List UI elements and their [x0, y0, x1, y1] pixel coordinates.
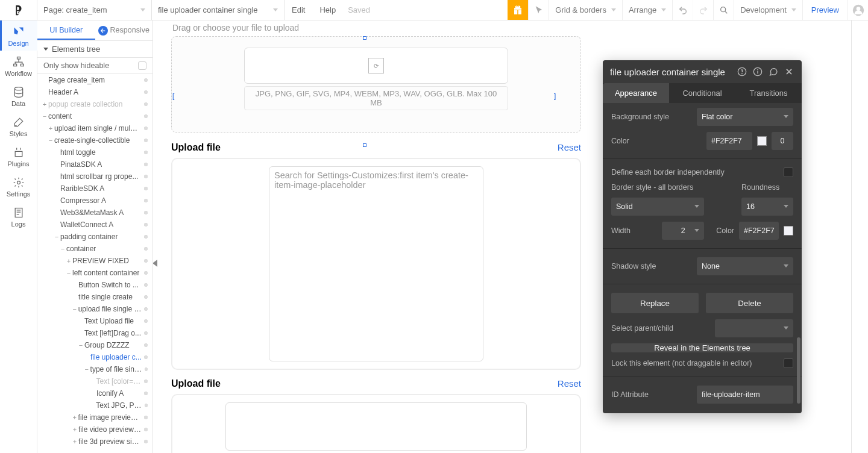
inspector-panel[interactable]: file uploader container single Appearanc…	[603, 60, 802, 413]
development-dropdown[interactable]: Development	[734, 0, 802, 20]
element-selector[interactable]: file uploader container single	[152, 0, 285, 20]
reset-link[interactable]: Reset	[558, 378, 581, 389]
inspector-scrollbar[interactable]	[797, 169, 800, 407]
tree-row[interactable]: Button Switch to ...	[37, 279, 153, 291]
visibility-icon[interactable]	[142, 172, 150, 181]
tree-row[interactable]: Text Upload file	[37, 315, 153, 327]
visibility-icon[interactable]	[142, 88, 150, 96]
visibility-icon[interactable]	[142, 281, 150, 289]
expand-icon[interactable]: −	[77, 342, 84, 349]
tree-row[interactable]: RaribleSDK A	[37, 183, 153, 195]
tree-row[interactable]: WalletConnect A	[37, 219, 153, 231]
tab-conditional[interactable]: Conditional	[669, 83, 735, 103]
tab-responsive[interactable]: Responsive	[95, 21, 153, 40]
visibility-icon[interactable]	[142, 196, 150, 205]
bgstyle-select[interactable]: Flat color	[697, 108, 793, 126]
tree-row[interactable]: −left content container	[37, 267, 153, 279]
tab-ui-builder[interactable]: UI Builder	[37, 21, 95, 40]
visibility-icon[interactable]	[142, 365, 150, 373]
arrange-dropdown[interactable]: Arrange	[622, 0, 672, 20]
sidebar-data[interactable]: Data	[0, 81, 37, 111]
tree-row[interactable]: −create-single-collectible	[37, 134, 153, 146]
expand-icon[interactable]: −	[65, 269, 72, 276]
visibility-icon[interactable]	[142, 76, 150, 84]
grid-borders-dropdown[interactable]: Grid & borders	[549, 0, 622, 20]
lock-checkbox[interactable]	[784, 358, 793, 368]
close-icon[interactable]	[784, 66, 794, 77]
tree-row[interactable]: −Group DZZZZ	[37, 339, 153, 351]
visibility-icon[interactable]	[142, 293, 150, 301]
expand-icon[interactable]: +	[47, 125, 54, 132]
tree-row[interactable]: +upload item single / multi...	[37, 122, 153, 134]
tree-row[interactable]: −container	[37, 243, 153, 255]
opacity-input[interactable]: 0	[772, 132, 793, 150]
width-select[interactable]: 2	[662, 222, 704, 240]
tree-row[interactable]: −padding container	[37, 231, 153, 243]
tree-row[interactable]: file uploader c...	[37, 351, 153, 363]
sidebar-styles[interactable]: Styles	[0, 111, 37, 141]
color-swatch[interactable]	[757, 136, 767, 146]
visibility-icon[interactable]	[142, 269, 150, 277]
visibility-icon[interactable]	[142, 245, 150, 253]
upload-dropzone[interactable]	[171, 394, 581, 453]
sidebar-design[interactable]: Design	[0, 20, 37, 51]
expand-icon[interactable]: +	[71, 426, 78, 433]
upload-placeholder[interactable]	[225, 402, 527, 451]
visibility-icon[interactable]	[142, 208, 150, 217]
info-icon[interactable]	[752, 66, 763, 77]
help-icon[interactable]	[737, 66, 747, 77]
tree-row[interactable]: html toggle	[37, 146, 153, 158]
preview-button[interactable]: Preview	[802, 0, 848, 20]
expand-icon[interactable]: −	[41, 113, 48, 120]
visibility-icon[interactable]	[142, 305, 150, 313]
tree-row[interactable]: Page create_item	[37, 74, 153, 86]
tree-row[interactable]: Text [color=#...	[37, 375, 153, 387]
search-icon[interactable]	[713, 0, 734, 20]
idattr-input[interactable]: file-uploader-item	[697, 386, 793, 404]
tree-row[interactable]: Iconify A	[37, 387, 153, 399]
visibility-icon[interactable]	[142, 148, 150, 157]
checkbox-icon[interactable]	[138, 61, 146, 70]
visibility-icon[interactable]	[142, 389, 150, 398]
visibility-icon[interactable]	[142, 353, 150, 361]
tree-row[interactable]: Text [left]Drag o...	[37, 327, 153, 339]
elements-tree-heading[interactable]: Elements tree	[37, 41, 153, 58]
expand-icon[interactable]: −	[53, 233, 60, 240]
visibility-icon[interactable]	[142, 124, 150, 133]
selection-handle[interactable]	[363, 143, 366, 147]
tree-row[interactable]: +file image preview ...	[37, 411, 153, 423]
tree-row[interactable]: +file video preview ...	[37, 423, 153, 436]
visibility-icon[interactable]	[142, 377, 150, 386]
expand-icon[interactable]: −	[71, 305, 78, 313]
undo-icon[interactable]	[672, 0, 693, 20]
selection-handle[interactable]	[363, 36, 366, 40]
tree-row[interactable]: PinataSDK A	[37, 158, 153, 170]
shadow-select[interactable]: None	[697, 257, 793, 275]
comment-icon[interactable]	[768, 66, 779, 77]
menu-edit[interactable]: Edit	[285, 5, 312, 14]
expand-icon[interactable]: −	[83, 366, 90, 373]
tree-row[interactable]: Compressor A	[37, 195, 153, 207]
visibility-icon[interactable]	[142, 341, 150, 349]
tab-appearance[interactable]: Appearance	[603, 83, 669, 103]
tree-row[interactable]: html scrollbar rg prope...	[37, 170, 153, 183]
avatar-icon[interactable]	[848, 0, 868, 20]
tree-row[interactable]: title single create	[37, 291, 153, 303]
visibility-icon[interactable]	[142, 425, 150, 434]
upload-dropzone[interactable]: ⟳ JPG, PNG, GIF, SVG, MP4, WEBM, MP3, WA…	[171, 36, 581, 133]
tree-row[interactable]: Header A	[37, 86, 153, 98]
expand-icon[interactable]: +	[71, 438, 78, 445]
redo-icon[interactable]	[693, 0, 713, 20]
expand-icon[interactable]: −	[59, 245, 66, 252]
color-hex-input[interactable]: #F2F2F7	[706, 132, 752, 150]
visibility-icon[interactable]	[142, 112, 150, 120]
visibility-icon[interactable]	[142, 136, 150, 145]
sidebar-plugins[interactable]: Plugins	[0, 141, 37, 171]
tree-row[interactable]: Text JPG, PN...	[37, 399, 153, 411]
expand-icon[interactable]: +	[65, 257, 72, 264]
visibility-icon[interactable]	[142, 220, 150, 229]
select-parent-dropdown[interactable]	[715, 319, 793, 337]
border-color-input[interactable]: #F2F2F7	[739, 222, 779, 240]
sidebar-workflow[interactable]: Workflow	[0, 51, 37, 81]
tree-row[interactable]: Web3&MetaMask A	[37, 207, 153, 219]
